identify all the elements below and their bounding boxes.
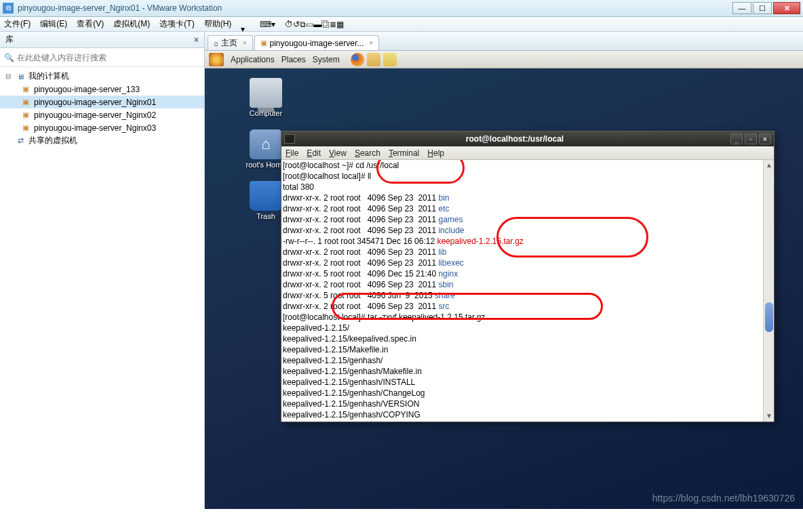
terminal-menu-terminal[interactable]: Terminal bbox=[389, 148, 419, 158]
revert-button[interactable]: ↺ bbox=[293, 20, 300, 29]
tree-shared-vms[interactable]: ⇄ 共享的虚拟机 bbox=[0, 134, 204, 147]
terminal-menu-view[interactable]: View bbox=[329, 148, 347, 158]
shared-icon: ⇄ bbox=[15, 136, 26, 146]
pause-button[interactable]: ▾ bbox=[241, 15, 260, 34]
terminal-maximize-button[interactable]: ▫ bbox=[745, 134, 757, 144]
tree-label: 共享的虚拟机 bbox=[28, 135, 77, 146]
manage-snapshots-button[interactable]: ⧉ bbox=[300, 20, 306, 29]
tree-label: pinyougou-image-server_133 bbox=[34, 85, 140, 94]
library-sidebar: 库 × 🔍 ⊟ 🖥 我的计算机 ▣ pinyougou-image-server… bbox=[0, 32, 205, 509]
sidebar-title: 库 bbox=[5, 34, 14, 45]
search-input[interactable] bbox=[17, 53, 200, 62]
gnome-menu-applications[interactable]: Applications bbox=[231, 55, 275, 64]
terminal-title: root@localhost:/usr/local bbox=[299, 134, 730, 144]
tab-close-button[interactable]: × bbox=[369, 39, 373, 47]
desktop-icon-label: root's Home bbox=[246, 161, 286, 169]
vmware-icon: ⧉ bbox=[3, 3, 14, 14]
vm-icon: ▣ bbox=[20, 85, 31, 94]
gnome-menu-places[interactable]: Places bbox=[281, 55, 306, 64]
tab-home[interactable]: ⌂ 主页 × bbox=[208, 35, 253, 50]
search-icon: 🔍 bbox=[4, 53, 14, 62]
tree-label: pinyougou-image-server_Nginx01 bbox=[34, 98, 156, 107]
terminal-icon bbox=[284, 134, 295, 144]
terminal-body[interactable]: [root@localhost ~]# cd /usr/local [root@… bbox=[281, 160, 774, 422]
content-area: ⌂ 主页 × ▣ pinyougou-image-server... × App… bbox=[205, 32, 803, 509]
terminal-output: [root@localhost ~]# cd /usr/local [root@… bbox=[281, 160, 763, 422]
watermark: https://blog.csdn.net/lbh19630726 bbox=[652, 493, 795, 504]
scrollbar-thumb[interactable] bbox=[765, 302, 773, 332]
tab-vm[interactable]: ▣ pinyougou-image-server... × bbox=[254, 35, 380, 50]
terminal-window: root@localhost:/usr/local _ ▫ × File Edi… bbox=[281, 131, 775, 422]
computer-icon bbox=[250, 78, 282, 108]
terminal-scrollbar[interactable]: ▲ ▼ bbox=[763, 160, 774, 422]
gnome-menu-system[interactable]: System bbox=[313, 55, 340, 64]
tree-vm-item-selected[interactable]: ▣ pinyougou-image-server_Nginx01 bbox=[0, 96, 204, 108]
terminal-menu-edit[interactable]: Edit bbox=[307, 148, 321, 158]
window-title: pinyougou-image-server_Nginx01 - VMware … bbox=[18, 3, 222, 13]
terminal-titlebar[interactable]: root@localhost:/usr/local _ ▫ × bbox=[281, 131, 774, 146]
menu-help[interactable]: 帮助(H) bbox=[204, 18, 232, 30]
menu-tabs[interactable]: 选项卡(T) bbox=[159, 18, 194, 30]
console-view-button[interactable]: ⿻ bbox=[321, 20, 330, 29]
quick-launch bbox=[351, 53, 397, 66]
tree-vm-item[interactable]: ▣ pinyougou-image-server_Nginx03 bbox=[0, 121, 204, 134]
maximize-button[interactable]: ☐ bbox=[753, 2, 772, 14]
snapshot-button[interactable]: ⏱ bbox=[285, 20, 293, 29]
scrollbar-up-icon[interactable]: ▲ bbox=[764, 160, 774, 171]
home-icon: ⌂ bbox=[214, 39, 218, 47]
vm-icon: ▣ bbox=[20, 123, 31, 133]
tree-vm-item[interactable]: ▣ pinyougou-image-server_133 bbox=[0, 83, 204, 96]
window-controls: — ☐ ✕ bbox=[731, 2, 800, 14]
terminal-menu-help[interactable]: Help bbox=[427, 148, 444, 158]
tabbar: ⌂ 主页 × ▣ pinyougou-image-server... × bbox=[205, 32, 803, 51]
file-manager-icon[interactable] bbox=[367, 53, 380, 66]
tab-close-button[interactable]: × bbox=[243, 39, 247, 47]
tree-label: 我的计算机 bbox=[28, 70, 69, 82]
sidebar-close-button[interactable]: × bbox=[194, 35, 199, 45]
titlebar: ⧉ pinyougou-image-server_Nginx01 - VMwar… bbox=[0, 0, 803, 17]
terminal-menubar: File Edit View Search Terminal Help bbox=[281, 146, 774, 160]
vm-icon: ▣ bbox=[20, 98, 31, 107]
text-editor-icon[interactable] bbox=[383, 53, 397, 66]
home-folder-icon: ⌂ bbox=[250, 129, 282, 159]
terminal-minimize-button[interactable]: _ bbox=[730, 134, 743, 144]
menubar: 文件(F) 编辑(E) 查看(V) 虚拟机(M) 选项卡(T) 帮助(H) ▾ … bbox=[0, 17, 803, 32]
fullscreen-button[interactable]: ▭ bbox=[306, 20, 313, 29]
scrollbar-down-icon[interactable]: ▼ bbox=[764, 411, 774, 422]
trash-icon bbox=[250, 181, 282, 211]
terminal-menu-file[interactable]: File bbox=[286, 148, 298, 158]
menu-vm[interactable]: 虚拟机(M) bbox=[113, 18, 150, 30]
menu-file[interactable]: 文件(F) bbox=[4, 18, 31, 30]
main: 库 × 🔍 ⊟ 🖥 我的计算机 ▣ pinyougou-image-server… bbox=[0, 32, 803, 509]
tree-root-my-computer[interactable]: ⊟ 🖥 我的计算机 bbox=[0, 70, 204, 83]
minimize-button[interactable]: — bbox=[732, 2, 751, 14]
gnome-menubar: Applications Places System bbox=[205, 51, 803, 68]
tab-label: pinyougou-image-server... bbox=[270, 39, 364, 48]
terminal-menu-search[interactable]: Search bbox=[355, 148, 380, 158]
vm-desktop[interactable]: Applications Places System Computer ⌂ ro… bbox=[205, 51, 803, 509]
collapse-icon[interactable]: ⊟ bbox=[4, 73, 12, 80]
desktop-icon-computer[interactable]: Computer bbox=[239, 78, 293, 117]
tree-label: pinyougou-image-server_Nginx03 bbox=[34, 123, 156, 133]
menu-edit[interactable]: 编辑(E) bbox=[40, 18, 67, 30]
vm-icon: ▣ bbox=[260, 39, 267, 47]
send-ctrlaltdel-button[interactable]: ⌨▾ bbox=[260, 20, 285, 29]
computer-icon: 🖥 bbox=[15, 72, 26, 81]
sidebar-search: 🔍 bbox=[0, 48, 204, 67]
library-button[interactable]: ▦ bbox=[336, 20, 344, 29]
firefox-icon[interactable] bbox=[351, 53, 364, 66]
terminal-window-controls: _ ▫ × bbox=[730, 134, 771, 144]
tree-vm-item[interactable]: ▣ pinyougou-image-server_Nginx02 bbox=[0, 108, 204, 121]
menu-view[interactable]: 查看(V) bbox=[77, 18, 104, 30]
terminal-close-button[interactable]: × bbox=[759, 134, 771, 144]
distro-logo-icon[interactable] bbox=[209, 53, 224, 66]
sidebar-header: 库 × bbox=[0, 32, 204, 48]
expand-icon bbox=[4, 137, 12, 144]
unity-button[interactable]: ▬ bbox=[313, 20, 321, 29]
tree-label: pinyougou-image-server_Nginx02 bbox=[34, 110, 156, 120]
vm-tree: ⊟ 🖥 我的计算机 ▣ pinyougou-image-server_133 ▣… bbox=[0, 67, 204, 509]
close-button[interactable]: ✕ bbox=[773, 2, 800, 14]
vm-icon: ▣ bbox=[20, 110, 31, 120]
thumbnail-bar-button[interactable]: ≣ bbox=[330, 20, 336, 29]
desktop-icon-label: Trash bbox=[256, 212, 275, 220]
